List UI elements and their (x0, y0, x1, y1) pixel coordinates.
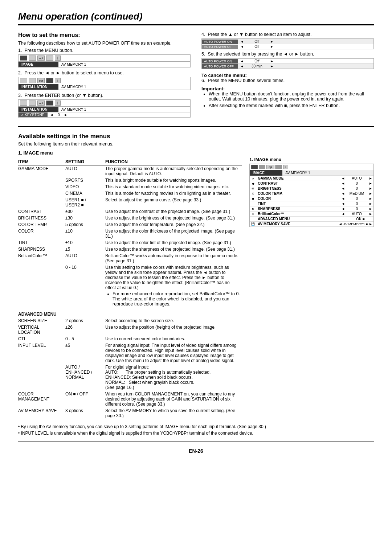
function-inputlevel: For analog signal input: The input level… (105, 342, 242, 364)
table-row: CTI 0 - 5 Use to correct smeared color b… (18, 336, 242, 342)
step-1: 1. Press the MENU button. (18, 48, 191, 53)
auto-power-on-arrow-r1: ► (268, 39, 276, 44)
item-color: COLOR (18, 228, 65, 239)
table-row: COLORMANAGEMENT ON ■ / OFF When you turn… (18, 391, 242, 407)
menu-bar-3-label: INSTALLATION (19, 107, 58, 112)
item-blank-2 (18, 184, 65, 190)
contrast-arrow-l: ◄ (340, 181, 346, 185)
page-number: EN-26 (18, 448, 374, 454)
sharpness-icon: S (250, 207, 256, 211)
keystone-value: 0 (56, 112, 62, 117)
item-gamma: GAMMA MODE (18, 165, 65, 177)
item-blank-5 (18, 264, 65, 309)
table-row: GAMMA MODE AUTO The proper gamma mode is… (18, 165, 242, 177)
avmemorysave-icon: 💾 (250, 222, 256, 226)
setting-colormgmt: ON ■ / OFF (65, 391, 105, 407)
footer-notes: • By using the AV memory function, you c… (18, 424, 374, 436)
item-tint: TINT (18, 239, 65, 246)
brightness-label: BRIGHTNESS (256, 186, 340, 190)
table-row-section-header: ADVANCED MENU (18, 309, 242, 317)
function-contrast: Use to adjust the contrast of the projec… (105, 208, 242, 215)
available-settings-section: Available settings in the menus Set the … (18, 133, 374, 419)
step-2: 2. Press the ◄ or ► button to select a m… (18, 70, 191, 75)
table-row: USER1 ■ /USER2 ■ Select to adjust the ga… (18, 197, 242, 208)
auto-power-table-2: AUTO POWER ON ◄ Off ► AUTO POWER OFF ◄ 3… (201, 58, 374, 69)
setting-inputlevel: ±5 (65, 342, 105, 364)
how-to-set-desc: The following describes how to set AUTO … (18, 41, 191, 46)
table-row: INPUT LEVEL ±5 For analog signal input: … (18, 342, 242, 364)
cancel-step: 6. Press the MENU button several times. (201, 78, 374, 83)
brilliantcolor-label: BrilliantColor™ (256, 212, 340, 216)
table-row: CONTRAST ±30 Use to adjust the contrast … (18, 208, 242, 215)
contrast-label: CONTRAST (256, 181, 340, 185)
menu-icon-i: i (55, 56, 61, 61)
advancedmenu-value: OK ■ (350, 217, 371, 221)
function-verticalloc: Use to adjust the position (height) of t… (105, 324, 242, 336)
brightness-value: 0 (346, 186, 368, 190)
how-to-set-title: How to set the menus: (18, 32, 191, 38)
item-sharpness: SHARPNESS (18, 246, 65, 253)
auto-power-on-arrow-r2: ► (268, 59, 276, 63)
table-row: COLOR ±10 Use to adjust the color thickn… (18, 228, 242, 239)
setting-video: VIDEO (65, 184, 105, 190)
table-row: VERTICALLOCATION ±26 Use to adjust the p… (18, 324, 242, 336)
keystone-arrow-r: ► (62, 112, 70, 117)
settings-table: ITEM SETTING FUNCTION GAMMA MODE AUTO Th… (18, 159, 242, 419)
keystone-label: ⊿ KEYSTONE (19, 112, 48, 117)
gamma-value: AUTO (346, 176, 368, 180)
item-inputlevel: INPUT LEVEL (18, 342, 65, 364)
col-header-item: ITEM (18, 159, 65, 165)
item-cti: CTI (18, 336, 65, 342)
menu-icon-3opt: opt (37, 100, 45, 106)
item-avmemorysave: AV MEMORY SAVE (18, 407, 65, 419)
auto-power-off-arrow-l1: ◄ (238, 44, 246, 49)
avmemorysave-label: AV MEMORY SAVE (256, 222, 338, 226)
menu-bar-3-value: AV MEMORY 1 (58, 107, 89, 112)
auto-power-off-arrow-l2: ◄ (238, 64, 246, 69)
setting-cinema: CINEMA (65, 190, 105, 197)
sharpness-arrow-r: ► (368, 207, 373, 211)
color-icon: ■ (250, 197, 256, 201)
function-video: This is a standard mode suitable for wat… (105, 184, 242, 190)
panel-icon-1 (251, 165, 258, 169)
panel-row-gamma: γ GAMMA MODE ◄ AUTO ► (250, 176, 373, 181)
panel-image-label: IMAGE (250, 170, 282, 176)
available-settings-desc: Set the following items on their relevan… (18, 141, 374, 147)
item-colormgmt: COLORMANAGEMENT (18, 391, 65, 407)
tint-arrow-r: ► (368, 202, 373, 206)
function-brilliantcolor-range: Use this setting to make colors with med… (105, 264, 242, 309)
important-title: Important: (201, 86, 374, 91)
function-cti: Use to correct smeared color boundaries. (105, 336, 242, 342)
menu-icon-1 (20, 56, 27, 61)
item-blank-4 (18, 197, 65, 208)
menu-bar-2-value: AV MEMORY 1 (58, 84, 89, 90)
table-row: COLOR TEMP. 5 options Use to adjust the … (18, 221, 242, 228)
setting-sharpness: ±5 (65, 246, 105, 253)
important-section: Important: When the MENU button doesn't … (201, 86, 374, 108)
advancedmenu-label: ADVANCED MENU (256, 217, 350, 221)
contrast-icon: ◆ (250, 182, 256, 185)
panel-row-sharpness: S SHARPNESS ◄ 0 ► (250, 206, 373, 212)
brilliantcolor-icon: ☀ (250, 212, 256, 216)
table-row: CINEMA This is a mode for watching movie… (18, 190, 242, 197)
auto-power-off-lbl2: AUTO POWER OFF (202, 64, 238, 69)
item-colortemp: COLOR TEMP. (18, 221, 65, 228)
menu-icon-3a (20, 100, 27, 106)
auto-power-off-val2: 30 min (246, 64, 268, 69)
panel-row-brightness: ✳ BRIGHTNESS ◄ 0 ► (250, 186, 373, 191)
auto-power-on-arrow-l1: ◄ (238, 39, 246, 44)
brilliantcolor-arrow-r: ► (368, 212, 373, 216)
image-menu-label: 1. IMAGE menu (18, 150, 374, 156)
table-row: VIDEO This is a standard mode suitable f… (18, 184, 242, 190)
menu-icon-2 (29, 56, 36, 61)
item-blank-1 (18, 177, 65, 184)
gamma-arrow-r: ► (368, 176, 373, 180)
avmemorysave-value: AV MEMORY1 ■ (343, 222, 368, 226)
menu-icon-3 (46, 56, 53, 61)
panel-row-avmemorysave: 💾 AV MEMORY SAVE ◄ AV MEMORY1 ■ ► (250, 222, 373, 227)
table-row: TINT ±10 Use to adjust the color tint of… (18, 239, 242, 246)
menu-icon-2i: i (55, 78, 61, 83)
panel-image-value: AV MEMORY 1 (282, 170, 373, 176)
page-title: Menu operation (continued) (18, 11, 374, 25)
menu-icon-3b (29, 100, 36, 106)
